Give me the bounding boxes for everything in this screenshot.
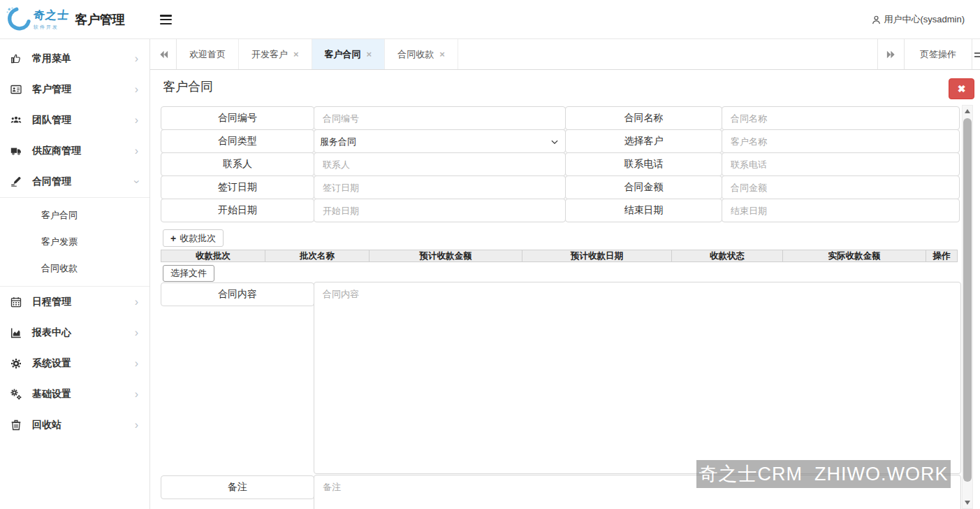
contract-name-field[interactable]: [722, 106, 960, 130]
contract-mgmt-submenu: 客户合同 客户发票 合同收款: [0, 197, 149, 287]
users-icon: [10, 115, 22, 126]
customer-name-input[interactable]: [722, 130, 959, 152]
select-customer-label: 选择客户: [565, 129, 722, 153]
sidebar-item-schedule-mgmt[interactable]: 日程管理 ›: [0, 287, 149, 317]
scrollbar-thumb[interactable]: [963, 118, 972, 482]
add-payment-batch-button[interactable]: + 收款批次: [163, 229, 224, 247]
sign-date-input[interactable]: [314, 176, 565, 199]
chevron-right-icon: ›: [135, 327, 138, 338]
contract-no-field[interactable]: [314, 106, 566, 130]
col-batch-name: 批次名称: [265, 250, 370, 262]
pen-icon: [10, 176, 22, 187]
tab-develop-customer[interactable]: 开发客户 ×: [239, 39, 312, 69]
contract-type-select[interactable]: 服务合同: [314, 130, 565, 152]
app-header: 奇之士 软件开发 客户管理 用户中心(sysadmin): [0, 0, 980, 39]
tab-contract-receipt[interactable]: 合同收款 ×: [385, 39, 458, 69]
remark-label: 备注: [161, 475, 314, 499]
start-date-field[interactable]: [314, 199, 566, 222]
app-logo[interactable]: 奇之士 软件开发 客户管理: [0, 6, 150, 34]
hamburger-menu-icon[interactable]: [160, 15, 172, 24]
panel-title: 客户合同: [163, 78, 213, 95]
end-date-label: 结束日期: [565, 199, 722, 222]
contract-amount-field[interactable]: [722, 175, 960, 199]
sidebar-item-recycle-bin[interactable]: 回收站 ›: [0, 410, 149, 440]
tab-label: 开发客户: [251, 48, 288, 61]
sign-date-field[interactable]: [314, 175, 566, 199]
tab-operations-button[interactable]: 页签操作: [904, 39, 972, 69]
gear-icon: [10, 358, 22, 369]
end-date-input[interactable]: [722, 199, 959, 222]
sidebar-item-label: 团队管理: [32, 114, 135, 127]
tab-label: 客户合同: [325, 48, 361, 61]
contact-phone-input[interactable]: [722, 153, 959, 175]
sidebar: 常用菜单 › 客户管理 › 团队管理 › 供应商管理 › 合同管理 › 客户合同…: [0, 39, 150, 509]
tab-close-icon[interactable]: ×: [293, 50, 299, 59]
scroll-down-arrow[interactable]: [963, 497, 972, 508]
contract-type-field[interactable]: 服务合同: [314, 129, 566, 153]
scroll-up-arrow[interactable]: [963, 106, 972, 117]
brand-name: 奇之士: [33, 8, 70, 23]
sidebar-item-common-menu[interactable]: 常用菜单 ›: [0, 43, 149, 74]
chevron-right-icon: ›: [135, 115, 138, 126]
sidebar-item-label: 客户管理: [32, 83, 135, 96]
end-date-field[interactable]: [722, 199, 960, 222]
contact-person-label: 联系人: [161, 152, 314, 176]
contact-phone-field[interactable]: [722, 152, 960, 176]
panel-close-button[interactable]: ✖: [949, 78, 974, 99]
trash-icon: [10, 420, 22, 431]
add-payment-batch-label: 收款批次: [180, 232, 216, 245]
tab-close-icon[interactable]: ×: [367, 50, 372, 59]
contract-form: 合同编号 合同名称 合同类型 服务合同 选择客户: [161, 107, 961, 222]
vertical-scrollbar[interactable]: [962, 105, 973, 509]
sidebar-item-label: 基础设置: [32, 388, 135, 401]
sidebar-item-contract-mgmt[interactable]: 合同管理 ›: [0, 166, 149, 197]
sidebar-item-report-center[interactable]: 报表中心 ›: [0, 317, 149, 348]
contract-type-label: 合同类型: [161, 129, 314, 153]
contact-person-field[interactable]: [314, 152, 566, 176]
chevron-right-icon: ›: [135, 53, 138, 64]
start-date-label: 开始日期: [161, 199, 314, 222]
sidebar-item-label: 日程管理: [32, 296, 135, 308]
logo-swirl-icon: [6, 6, 32, 34]
sidebar-item-system-settings[interactable]: 系统设置 ›: [0, 348, 149, 379]
start-date-input[interactable]: [314, 199, 565, 222]
truck-icon: [10, 145, 22, 157]
sidebar-item-label: 系统设置: [32, 357, 135, 370]
sidebar-sub-customer-contract[interactable]: 客户合同: [0, 202, 149, 229]
col-payment-status: 收款状态: [671, 250, 783, 262]
user-center-link[interactable]: 用户中心(sysadmin): [871, 0, 965, 39]
sidebar-sub-customer-invoice[interactable]: 客户发票: [0, 229, 149, 255]
tab-customer-contract[interactable]: 客户合同 ×: [312, 39, 386, 69]
main-content: 欢迎首页 开发客户 × 客户合同 × 合同收款 × 页签操作 客户合同 ✖ 合同…: [150, 39, 980, 509]
contact-person-input[interactable]: [314, 153, 565, 175]
tabs-scroll-left-button[interactable]: [150, 39, 177, 69]
col-expected-amount: 预计收款金额: [369, 250, 522, 262]
customer-name-field[interactable]: [722, 129, 960, 153]
sidebar-item-customer-mgmt[interactable]: 客户管理 ›: [0, 74, 149, 105]
contract-content-textarea[interactable]: [314, 282, 961, 474]
thumbs-up-icon: [10, 53, 22, 64]
tab-label: 欢迎首页: [189, 48, 226, 61]
calendar-icon: [10, 296, 22, 308]
sidebar-item-supplier-mgmt[interactable]: 供应商管理 ›: [0, 136, 149, 166]
contract-amount-input[interactable]: [722, 176, 959, 199]
gears-icon: [10, 389, 22, 400]
sidebar-item-basic-settings[interactable]: 基础设置 ›: [0, 379, 149, 410]
tab-welcome[interactable]: 欢迎首页: [177, 39, 239, 69]
chart-area-icon: [10, 327, 22, 338]
tab-label: 合同收款: [397, 48, 434, 61]
contract-no-input[interactable]: [314, 107, 565, 129]
sidebar-item-label: 供应商管理: [32, 145, 135, 157]
sidebar-sub-contract-receipt[interactable]: 合同收款: [0, 255, 149, 282]
chevron-right-icon: ›: [135, 420, 138, 431]
contract-name-input[interactable]: [722, 107, 959, 129]
sign-date-label: 签订日期: [161, 175, 314, 199]
customer-contract-panel: 客户合同 ✖ 合同编号 合同名称 合同类型 服务合同: [150, 70, 980, 509]
tabbar-clipped-button[interactable]: [972, 39, 980, 69]
tabs-scroll-right-button[interactable]: [877, 39, 904, 69]
contract-no-label: 合同编号: [161, 106, 314, 130]
tab-close-icon[interactable]: ×: [439, 50, 445, 59]
choose-file-button[interactable]: 选择文件: [163, 265, 214, 282]
col-payment-batch: 收款批次: [161, 250, 265, 262]
sidebar-item-team-mgmt[interactable]: 团队管理 ›: [0, 105, 149, 136]
